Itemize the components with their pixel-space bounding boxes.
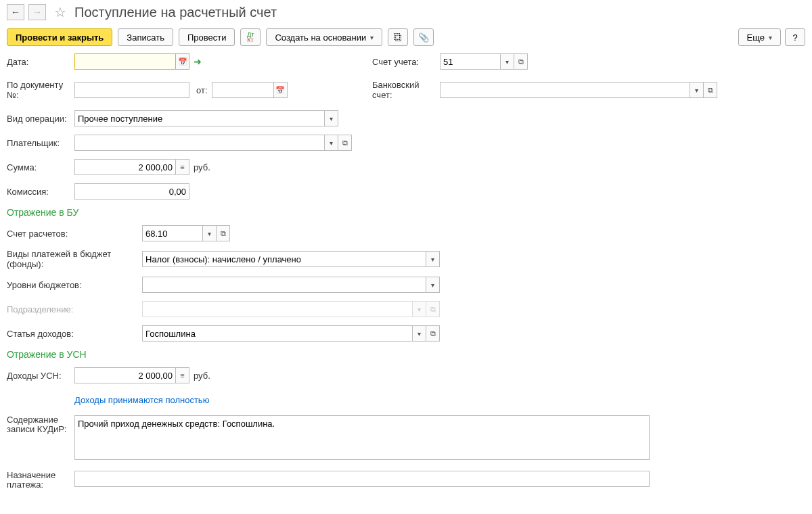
settlement-account-label: Счет расчетов: xyxy=(7,229,142,239)
commission-label: Комиссия: xyxy=(7,187,74,197)
settlement-dd-icon[interactable] xyxy=(203,225,217,241)
date-label: Дата: xyxy=(7,57,74,67)
budget-payment-types-label: Виды платежей в бюджет (фонды): xyxy=(7,249,142,269)
purpose-textarea[interactable] xyxy=(74,471,650,487)
post-button[interactable]: Провести xyxy=(179,28,235,46)
bank-dropdown-icon[interactable] xyxy=(690,82,704,98)
paperclip-icon: 📎 xyxy=(418,32,429,43)
back-button[interactable]: ← xyxy=(7,4,24,20)
dtkt-button[interactable]: ДтКт xyxy=(240,28,261,46)
dtkt-icon: ДтКт xyxy=(247,32,254,43)
usn-income-input[interactable] xyxy=(74,367,176,383)
department-label: Подразделение: xyxy=(7,304,142,314)
optype-label: Вид операции: xyxy=(7,114,74,124)
usn-step-icon[interactable] xyxy=(176,367,189,383)
docno-label: По документу №: xyxy=(7,80,74,100)
income-full-link[interactable]: Доходы принимаются полностью xyxy=(74,395,209,405)
from-date-input[interactable] xyxy=(212,82,274,98)
more-button[interactable]: Еще xyxy=(738,28,781,46)
page-title: Поступление на расчетный счет xyxy=(74,5,277,20)
post-and-close-button[interactable]: Провести и закрыть xyxy=(7,28,112,46)
structure-icon: ⿻ xyxy=(394,32,403,43)
income-open-icon[interactable] xyxy=(426,325,440,342)
usn-income-label: Доходы УСН: xyxy=(7,371,74,381)
budget-levels-label: Уровни бюджетов: xyxy=(7,280,142,290)
attachment-button[interactable]: 📎 xyxy=(413,28,434,46)
forward-button[interactable]: → xyxy=(28,4,46,20)
sum-label: Сумма: xyxy=(7,162,74,172)
help-button[interactable]: ? xyxy=(785,28,805,46)
department-input[interactable] xyxy=(142,301,413,317)
save-button[interactable]: Записать xyxy=(118,28,173,46)
account-dropdown-icon[interactable] xyxy=(501,53,514,70)
section-usn-title: Отражение в УСН xyxy=(7,349,805,360)
bank-account-input[interactable] xyxy=(440,82,690,98)
budget-levels-input[interactable] xyxy=(142,277,426,293)
payer-label: Плательщик: xyxy=(7,138,74,148)
commission-input[interactable] xyxy=(74,183,189,200)
dept-dd-icon[interactable] xyxy=(413,301,426,317)
structure-button[interactable]: ⿻ xyxy=(388,28,408,46)
optype-dropdown-icon[interactable] xyxy=(325,110,338,126)
bank-open-icon[interactable] xyxy=(704,82,717,98)
dept-open-icon[interactable] xyxy=(426,301,440,317)
account-input[interactable] xyxy=(440,53,501,70)
optype-input[interactable] xyxy=(74,110,325,126)
kudir-label-2: записи КУДиР: xyxy=(7,425,74,434)
usn-currency-label: руб. xyxy=(194,371,210,381)
income-item-input[interactable] xyxy=(142,325,413,342)
bpt-dd-icon[interactable] xyxy=(426,251,440,267)
budget-payment-types-input[interactable] xyxy=(142,251,426,267)
create-based-button[interactable]: Создать на основании xyxy=(266,28,382,46)
from-calendar-icon[interactable] xyxy=(274,82,288,98)
docno-input[interactable] xyxy=(74,82,189,98)
purpose-label-1: Назначение xyxy=(7,471,74,480)
external-icon[interactable]: ➜ xyxy=(194,56,202,67)
purpose-label-2: платежа: xyxy=(7,480,74,490)
account-open-icon[interactable] xyxy=(514,53,528,70)
calendar-icon[interactable] xyxy=(176,53,189,70)
account-label: Счет учета: xyxy=(372,57,440,67)
sum-input[interactable] xyxy=(74,159,176,175)
kudir-label-1: Содержание xyxy=(7,415,74,425)
income-item-label: Статья доходов: xyxy=(7,329,142,339)
kudir-textarea[interactable] xyxy=(74,415,650,460)
payer-open-icon[interactable] xyxy=(338,135,352,151)
payer-dropdown-icon[interactable] xyxy=(325,135,338,151)
section-bu-title: Отражение в БУ xyxy=(7,207,805,218)
date-input[interactable] xyxy=(74,53,176,70)
favorite-icon[interactable]: ☆ xyxy=(54,4,66,20)
payer-input[interactable] xyxy=(74,135,325,151)
currency-label: руб. xyxy=(194,162,210,172)
settlement-open-icon[interactable] xyxy=(217,225,230,241)
bl-dd-icon[interactable] xyxy=(426,277,440,293)
from-label: от: xyxy=(196,85,208,95)
sum-step-icon[interactable] xyxy=(176,159,189,175)
bank-account-label: Банковский счет: xyxy=(372,80,440,100)
settlement-account-input[interactable] xyxy=(142,225,203,241)
income-dd-icon[interactable] xyxy=(413,325,426,342)
